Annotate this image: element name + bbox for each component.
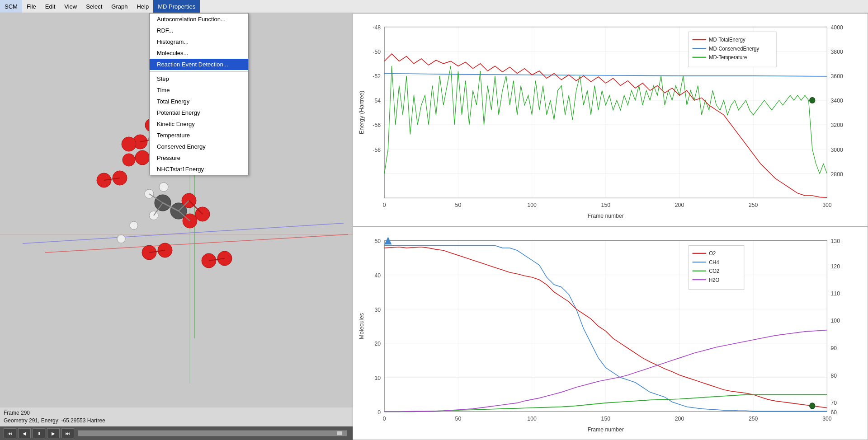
progress-thumb bbox=[337, 431, 342, 435]
dropdown-step[interactable]: Step bbox=[150, 73, 248, 84]
playback-progress[interactable] bbox=[78, 430, 347, 436]
svg-text:3600: 3600 bbox=[831, 73, 843, 80]
dropdown-conserved-energy[interactable]: Conserved Energy bbox=[150, 141, 248, 152]
svg-text:0: 0 bbox=[377, 409, 381, 415]
svg-text:110: 110 bbox=[831, 290, 840, 296]
svg-text:3200: 3200 bbox=[831, 122, 843, 128]
svg-point-81 bbox=[810, 97, 815, 103]
svg-text:3000: 3000 bbox=[831, 146, 843, 153]
menu-file[interactable]: File bbox=[22, 0, 41, 13]
main-content: Frame 290 Geometry 291, Energy: -65.2955… bbox=[0, 13, 868, 440]
svg-text:30: 30 bbox=[374, 306, 381, 313]
dropdown-temperature[interactable]: Temperature bbox=[150, 130, 248, 141]
dropdown-time[interactable]: Time bbox=[150, 84, 248, 96]
svg-point-32 bbox=[123, 154, 135, 166]
svg-text:CO2: CO2 bbox=[709, 268, 719, 273]
svg-text:100: 100 bbox=[831, 318, 840, 324]
menu-view[interactable]: View bbox=[60, 0, 81, 13]
svg-text:120: 120 bbox=[831, 263, 840, 270]
svg-text:150: 150 bbox=[601, 202, 610, 208]
svg-text:100: 100 bbox=[527, 415, 536, 421]
svg-text:-50: -50 bbox=[373, 49, 381, 55]
svg-text:-54: -54 bbox=[373, 98, 381, 104]
menubar: SCM File Edit View Select Graph Help MD … bbox=[0, 0, 868, 13]
btn-prev-frame[interactable]: ◀ bbox=[18, 428, 31, 438]
dropdown-histogram[interactable]: Histogram... bbox=[150, 36, 248, 47]
svg-text:50: 50 bbox=[455, 202, 462, 208]
svg-text:0: 0 bbox=[383, 415, 386, 421]
dropdown-kinetic-energy[interactable]: Kinetic Energy bbox=[150, 118, 248, 130]
status-bar: Frame 290 Geometry 291, Energy: -65.2955… bbox=[0, 407, 353, 426]
menu-edit[interactable]: Edit bbox=[41, 0, 60, 13]
svg-point-24 bbox=[130, 221, 138, 229]
dropdown-reaction-event[interactable]: Reaction Event Detection... bbox=[150, 59, 248, 70]
svg-text:-56: -56 bbox=[373, 122, 381, 128]
molecules-chart-svg: 50 40 30 20 10 0 Molecules 130 120 110 1… bbox=[357, 231, 864, 436]
dropdown-autocorrelation[interactable]: Autocorrelation Function... bbox=[150, 14, 248, 25]
btn-last-frame[interactable]: ⏭ bbox=[61, 428, 74, 438]
dropdown-molecules[interactable]: Molecules... bbox=[150, 47, 248, 59]
svg-text:3400: 3400 bbox=[831, 98, 843, 104]
svg-text:200: 200 bbox=[675, 415, 684, 421]
svg-text:H2O: H2O bbox=[709, 277, 719, 282]
dropdown-divider-1 bbox=[150, 71, 248, 72]
md-properties-dropdown: Autocorrelation Function... RDF... Histo… bbox=[149, 13, 249, 175]
geometry-status: Geometry 291, Energy: -65.29553 Hartree bbox=[4, 417, 349, 425]
svg-point-13 bbox=[159, 183, 168, 192]
svg-text:Frame number: Frame number bbox=[588, 212, 624, 219]
svg-text:4000: 4000 bbox=[831, 24, 843, 31]
svg-text:100: 100 bbox=[527, 202, 536, 208]
svg-text:70: 70 bbox=[831, 399, 837, 406]
svg-text:Molecules: Molecules bbox=[359, 313, 365, 339]
svg-point-31 bbox=[135, 150, 150, 165]
dropdown-total-energy[interactable]: Total Energy bbox=[150, 96, 248, 107]
dropdown-pressure[interactable]: Pressure bbox=[150, 152, 248, 164]
svg-text:O2: O2 bbox=[709, 250, 716, 256]
svg-text:250: 250 bbox=[749, 415, 758, 421]
svg-text:90: 90 bbox=[831, 345, 837, 351]
svg-text:50: 50 bbox=[455, 415, 462, 421]
svg-text:150: 150 bbox=[601, 415, 610, 421]
svg-text:3800: 3800 bbox=[831, 49, 843, 55]
svg-text:300: 300 bbox=[822, 415, 831, 421]
svg-text:Energy (Hartree): Energy (Hartree) bbox=[359, 91, 365, 135]
svg-text:MD-TotalEnergy: MD-TotalEnergy bbox=[709, 37, 745, 42]
svg-point-129 bbox=[810, 403, 815, 408]
svg-text:250: 250 bbox=[749, 202, 758, 208]
energy-chart-container: -48 -50 -52 -54 -56 -58 Energy (Hartree)… bbox=[353, 13, 868, 227]
svg-text:60: 60 bbox=[831, 409, 837, 415]
btn-play[interactable]: ▶ bbox=[47, 428, 60, 438]
menu-md-properties[interactable]: MD Properties bbox=[153, 0, 200, 13]
molecules-chart-container: 50 40 30 20 10 0 Molecules 130 120 110 1… bbox=[353, 227, 868, 440]
btn-first-frame[interactable]: ⏮ bbox=[4, 428, 16, 438]
menu-graph[interactable]: Graph bbox=[107, 0, 132, 13]
svg-text:80: 80 bbox=[831, 372, 837, 379]
svg-text:CH4: CH4 bbox=[709, 259, 719, 265]
playback-controls: ⏮ ◀ ⏸ ▶ ⏭ bbox=[0, 426, 353, 440]
svg-text:130: 130 bbox=[831, 238, 840, 244]
dropdown-rdf[interactable]: RDF... bbox=[150, 25, 248, 36]
svg-text:200: 200 bbox=[675, 202, 684, 208]
svg-point-25 bbox=[117, 235, 125, 243]
energy-chart-svg: -48 -50 -52 -54 -56 -58 Energy (Hartree)… bbox=[357, 17, 864, 223]
frame-status: Frame 290 bbox=[4, 409, 349, 417]
svg-rect-130 bbox=[689, 245, 744, 289]
dropdown-potential-energy[interactable]: Potential Energy bbox=[150, 107, 248, 118]
svg-text:2800: 2800 bbox=[831, 171, 843, 177]
svg-text:-58: -58 bbox=[373, 146, 381, 153]
dropdown-nhct[interactable]: NHCTstat1Energy bbox=[150, 164, 248, 175]
svg-text:10: 10 bbox=[374, 374, 381, 381]
svg-text:0: 0 bbox=[383, 202, 386, 208]
menu-scm[interactable]: SCM bbox=[0, 0, 22, 13]
charts-panel: -48 -50 -52 -54 -56 -58 Energy (Hartree)… bbox=[353, 13, 868, 440]
svg-text:Frame number: Frame number bbox=[588, 426, 624, 432]
menu-help[interactable]: Help bbox=[132, 0, 153, 13]
btn-pause[interactable]: ⏸ bbox=[33, 428, 45, 438]
svg-text:-48: -48 bbox=[373, 24, 381, 31]
menu-select[interactable]: Select bbox=[81, 0, 107, 13]
svg-text:40: 40 bbox=[374, 272, 381, 278]
svg-text:-52: -52 bbox=[373, 73, 381, 80]
svg-text:20: 20 bbox=[374, 340, 381, 346]
svg-point-30 bbox=[122, 137, 136, 151]
svg-text:MD-Temperature: MD-Temperature bbox=[709, 55, 747, 60]
